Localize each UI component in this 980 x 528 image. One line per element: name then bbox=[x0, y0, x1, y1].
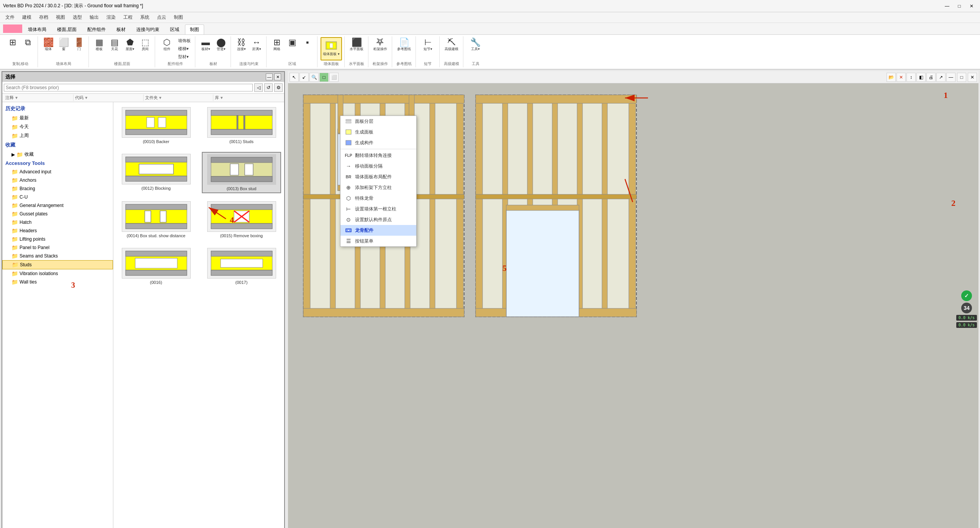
tree-item-advanced-input[interactable]: 📁 Advanced input bbox=[2, 168, 113, 176]
ribbon-btn-distance[interactable]: ↔ 距离▾ bbox=[249, 37, 264, 60]
menu-file[interactable]: 文件 bbox=[2, 13, 18, 22]
dropdown-item-set-default-origin[interactable]: ⊙ 设置默认构件原点 bbox=[340, 214, 416, 225]
vp-btn-square1[interactable]: □ bbox=[319, 73, 329, 82]
menu-view[interactable]: 视图 bbox=[52, 13, 69, 22]
close-button[interactable]: ✕ bbox=[966, 2, 977, 10]
ribbon-tab-connection[interactable]: 连接与约束 bbox=[131, 24, 164, 34]
content-item-6[interactable]: (0016) bbox=[116, 246, 196, 287]
content-item-7[interactable]: (0017) bbox=[202, 246, 281, 287]
menu-pointcloud[interactable]: 点云 bbox=[153, 13, 170, 22]
vp-btn-2[interactable]: ↙ bbox=[299, 73, 309, 82]
ribbon-btn-copy[interactable]: ⊞ bbox=[5, 37, 20, 60]
ribbon-tab-wall-layout[interactable]: 墙体布局 bbox=[23, 24, 51, 34]
ribbon-btn-window[interactable]: ⬜ 窗 bbox=[56, 37, 71, 60]
ribbon-btn-copy2[interactable]: ⧉ bbox=[21, 37, 35, 60]
ribbon-tab-floor[interactable]: 楼面,层面 bbox=[52, 24, 82, 34]
menu-render[interactable]: 渲染 bbox=[103, 13, 119, 22]
menu-archive[interactable]: 存档 bbox=[35, 13, 52, 22]
dropdown-item-add-column[interactable]: ⊕ 添加桁架下方立柱 bbox=[340, 182, 416, 193]
tree-item-lifting-points[interactable]: 📁 Lifting points bbox=[2, 235, 113, 243]
ribbon-btn-board[interactable]: ▬ 板材▾ bbox=[198, 37, 213, 60]
col-code-filter[interactable]: ▼ bbox=[84, 96, 88, 100]
col-folder-filter[interactable]: ▼ bbox=[159, 96, 162, 100]
vp-btn-open-folder[interactable]: 📂 bbox=[887, 73, 896, 82]
search-refresh-button[interactable]: ↺ bbox=[264, 83, 273, 92]
ribbon-btn-ref[interactable]: 📄 参考图纸 bbox=[395, 37, 413, 60]
ribbon-btn-wall[interactable]: 🧱 墙体 bbox=[41, 37, 56, 60]
ribbon-btn-pipe[interactable]: ⬤ 管道▾ bbox=[214, 37, 228, 60]
dropdown-item-panel-layer[interactable]: 面板分层 bbox=[340, 116, 416, 127]
dropdown-item-generate-component[interactable]: 生成构件 bbox=[340, 137, 416, 148]
dropdown-item-button-menu[interactable]: ☰ 按钮菜单 bbox=[340, 236, 416, 246]
tree-item-anchors[interactable]: 📁 Anchors bbox=[2, 176, 113, 184]
ribbon-tab-drafting[interactable]: 制图 bbox=[185, 24, 204, 34]
content-item-box-stud[interactable]: (0013) Box stud bbox=[202, 152, 281, 193]
library-minimize-button[interactable]: — bbox=[266, 73, 273, 80]
tree-item-headers[interactable]: 📁 Headers bbox=[2, 227, 113, 235]
vp-btn-rotate[interactable]: ↕ bbox=[906, 73, 916, 82]
ribbon-btn-truss[interactable]: ⛧ 桁架操作 bbox=[371, 37, 389, 60]
content-item-remove-boxing[interactable]: (0015) Remove boxing bbox=[202, 199, 281, 240]
ribbon-tab-zone[interactable]: 区域 bbox=[165, 24, 184, 34]
search-input[interactable] bbox=[4, 84, 253, 91]
col-library-filter[interactable]: ▼ bbox=[220, 96, 224, 100]
vp-btn-maximize[interactable]: □ bbox=[957, 73, 966, 82]
content-item-backer[interactable]: (0010) Backer bbox=[116, 105, 196, 146]
vp-btn-toggle[interactable]: ◧ bbox=[916, 73, 926, 82]
ribbon-btn-wall-panel[interactable]: 墙饰板 bbox=[176, 37, 193, 44]
tree-item-bracing[interactable]: 📁 Bracing bbox=[2, 184, 113, 193]
vp-btn-print[interactable]: 🖨 bbox=[926, 73, 936, 82]
vp-btn-minimize[interactable]: — bbox=[946, 73, 955, 82]
ribbon-btn-tools[interactable]: 🔧 工具▾ bbox=[468, 37, 483, 60]
menu-system[interactable]: 系统 bbox=[136, 13, 153, 22]
ribbon-btn-zone2[interactable]: ▪ bbox=[300, 37, 315, 60]
menu-output[interactable]: 输出 bbox=[86, 13, 103, 22]
ribbon-btn-stair[interactable]: 楼梯▾ bbox=[176, 45, 193, 52]
ribbon-btn-zone1[interactable]: ▣ bbox=[285, 37, 299, 60]
dropdown-item-move-panel[interactable]: → 移动面板分隔 bbox=[340, 161, 416, 171]
dropdown-item-set-first-stud[interactable]: ⊢ 设置墙体第一根立柱 bbox=[340, 204, 416, 214]
ribbon-btn-door[interactable]: 🚪 门 bbox=[72, 37, 86, 60]
ribbon-btn-short[interactable]: ⊢ 短节▾ bbox=[420, 37, 435, 60]
menu-drafting[interactable]: 制图 bbox=[170, 13, 187, 22]
vp-btn-export[interactable]: ↗ bbox=[936, 73, 946, 82]
tree-item-newest[interactable]: 📁 最新 bbox=[2, 114, 113, 122]
menu-project[interactable]: 工程 bbox=[119, 13, 136, 22]
menu-model[interactable]: 建模 bbox=[18, 13, 35, 22]
tree-item-lastweek[interactable]: 📁 上周 bbox=[2, 131, 113, 140]
dropdown-item-special-stud[interactable]: ⬡ 特殊龙骨 bbox=[340, 193, 416, 204]
minimize-button[interactable]: — bbox=[942, 2, 952, 10]
ribbon-btn-roof[interactable]: ⬟ 屋面▾ bbox=[123, 37, 137, 60]
ribbon-tab-board[interactable]: 板材 bbox=[111, 24, 131, 34]
tree-item-favorites[interactable]: ▶ 📁 收藏 bbox=[2, 150, 113, 159]
search-prev-button[interactable]: ◁ bbox=[254, 83, 263, 92]
ribbon-btn-ceiling[interactable]: ▤ 天花 bbox=[107, 37, 122, 60]
tree-item-cu[interactable]: 📁 C-U bbox=[2, 193, 113, 201]
ribbon-btn-floor[interactable]: ▦ 楼板 bbox=[92, 37, 106, 60]
tree-item-panel-to-panel[interactable]: 📁 Panel to Panel bbox=[2, 243, 113, 252]
ribbon-btn-advanced[interactable]: ⛏ 高级建模 bbox=[443, 37, 460, 60]
ribbon-btn-room[interactable]: ⬚ 房间 bbox=[138, 37, 152, 60]
vp-btn-close-vp[interactable]: ✕ bbox=[968, 73, 977, 82]
dropdown-item-wall-panel-layout[interactable]: BR 墙体面板布局配件 bbox=[340, 171, 416, 182]
tree-item-hatch[interactable]: 📁 Hatch bbox=[2, 218, 113, 227]
dropdown-item-flip[interactable]: FLP 翻转墙体转角连接 bbox=[340, 150, 416, 161]
vp-btn-delete[interactable]: ✕ bbox=[897, 73, 906, 82]
tree-item-wall-ties[interactable]: 📁 Wall ties bbox=[2, 278, 113, 286]
tree-item-general-arrangement[interactable]: 📁 General Arrangement bbox=[2, 201, 113, 210]
ribbon-btn-component[interactable]: ⬡ 组件 bbox=[158, 37, 175, 60]
dropdown-item-generate-panel[interactable]: 生成面板 bbox=[340, 127, 416, 137]
content-item-studs[interactable]: (0011) Studs bbox=[202, 105, 281, 146]
ribbon-tab-pink[interactable] bbox=[3, 24, 22, 33]
vp-btn-1[interactable]: ↖ bbox=[290, 73, 299, 82]
content-item-blocking[interactable]: (0012) Blocking bbox=[116, 152, 196, 193]
menu-select[interactable]: 选型 bbox=[69, 13, 86, 22]
ribbon-tab-components[interactable]: 配件组件 bbox=[82, 24, 111, 34]
vp-btn-square2[interactable]: ⬜ bbox=[329, 73, 339, 82]
tree-item-gusset-plates[interactable]: 📁 Gusset plates bbox=[2, 210, 113, 218]
ribbon-btn-grid[interactable]: ⊞ 网格 bbox=[270, 37, 284, 60]
tree-item-vibration[interactable]: 📁 Vibration isolations bbox=[2, 269, 113, 278]
tree-item-today[interactable]: 📁 今天 bbox=[2, 122, 113, 131]
ribbon-btn-profile[interactable]: 型材▾ bbox=[176, 53, 193, 60]
col-annotation-filter[interactable]: ▼ bbox=[15, 96, 18, 100]
